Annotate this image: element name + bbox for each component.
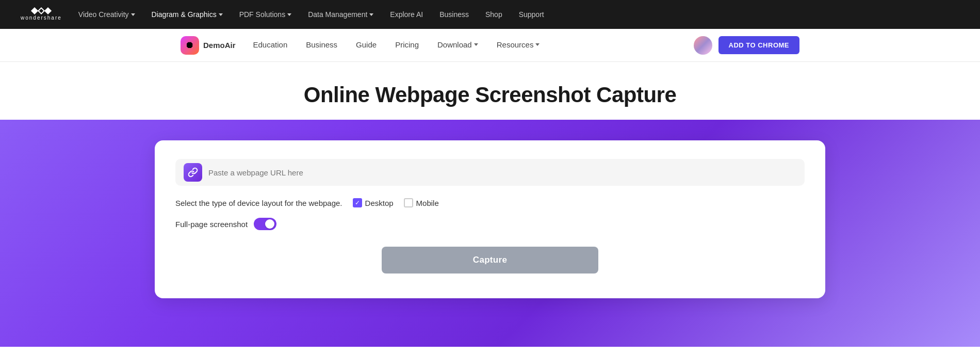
full-page-toggle-row: Full-page screenshot bbox=[175, 218, 805, 230]
subnav-item-guide[interactable]: Guide bbox=[347, 29, 386, 62]
top-nav-item-business[interactable]: Business bbox=[439, 10, 469, 19]
mobile-checkbox[interactable]: Mobile bbox=[404, 198, 439, 207]
wondershare-logo[interactable]: wondershare bbox=[21, 8, 62, 21]
brand-name: wondershare bbox=[21, 15, 62, 21]
subnav-item-resources[interactable]: Resources bbox=[487, 29, 549, 62]
subnav-item-business[interactable]: Business bbox=[297, 29, 347, 62]
full-page-toggle[interactable] bbox=[254, 218, 276, 230]
chevron-down-icon bbox=[474, 43, 478, 46]
top-nav-item-support[interactable]: Support bbox=[519, 10, 544, 19]
fullpage-label: Full-page screenshot bbox=[175, 220, 248, 229]
chevron-down-icon bbox=[369, 13, 373, 16]
add-to-chrome-button[interactable]: ADD TO CHROME bbox=[718, 36, 799, 54]
top-navigation: wondershare Video Creativity Diagram & G… bbox=[0, 0, 980, 29]
desktop-label: Desktop bbox=[365, 199, 394, 207]
page-title-section: Online Webpage Screenshot Capture bbox=[0, 62, 980, 120]
top-nav-item-pdf-solutions[interactable]: PDF Solutions bbox=[239, 10, 291, 19]
toggle-knob bbox=[265, 219, 274, 229]
device-layout-label: Select the type of device layout for the… bbox=[175, 199, 342, 207]
demoair-icon: ⏺ bbox=[181, 36, 199, 55]
top-nav-item-shop[interactable]: Shop bbox=[485, 10, 502, 19]
capture-section: Select the type of device layout for the… bbox=[0, 120, 980, 347]
url-input-container bbox=[175, 159, 805, 186]
top-nav-item-data-management[interactable]: Data Management bbox=[308, 10, 373, 19]
chevron-down-icon bbox=[535, 43, 540, 46]
demoair-name: DemoAir bbox=[203, 41, 236, 50]
top-nav-item-explore-ai[interactable]: Explore AI bbox=[390, 10, 423, 19]
device-layout-row: Select the type of device layout for the… bbox=[175, 198, 805, 207]
subnav-item-download[interactable]: Download bbox=[428, 29, 487, 62]
desktop-checkbox[interactable]: ✓ Desktop bbox=[353, 198, 394, 207]
mobile-label: Mobile bbox=[416, 199, 439, 207]
top-nav-item-video-creativity[interactable]: Video Creativity bbox=[78, 10, 135, 19]
capture-card: Select the type of device layout for the… bbox=[155, 140, 825, 298]
link-icon bbox=[184, 163, 202, 182]
subnav-item-education[interactable]: Education bbox=[244, 29, 297, 62]
sub-navigation: ⏺ DemoAir Education Business Guide Prici… bbox=[0, 29, 980, 62]
capture-btn-container: Capture bbox=[175, 247, 805, 273]
user-avatar[interactable] bbox=[694, 36, 712, 55]
chevron-down-icon bbox=[131, 13, 135, 16]
top-nav-item-diagram-graphics[interactable]: Diagram & Graphics bbox=[152, 10, 223, 19]
checkbox-checked-icon: ✓ bbox=[353, 198, 362, 207]
chevron-down-icon bbox=[287, 13, 291, 16]
checkbox-unchecked-icon bbox=[404, 198, 413, 207]
chevron-down-icon bbox=[219, 13, 223, 16]
page-title: Online Webpage Screenshot Capture bbox=[10, 83, 970, 107]
capture-button[interactable]: Capture bbox=[382, 247, 598, 273]
main-content: Online Webpage Screenshot Capture Select… bbox=[0, 62, 980, 347]
subnav-item-pricing[interactable]: Pricing bbox=[386, 29, 428, 62]
url-input[interactable] bbox=[208, 164, 796, 181]
demoair-logo[interactable]: ⏺ DemoAir bbox=[181, 36, 236, 55]
